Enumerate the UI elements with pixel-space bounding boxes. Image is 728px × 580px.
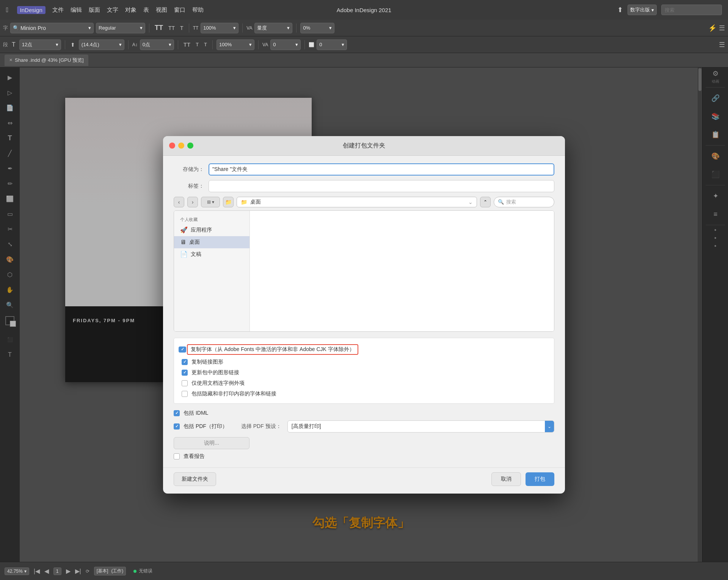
package-button[interactable]: 打包	[526, 472, 554, 486]
close-button[interactable]	[169, 143, 175, 149]
grid-view-icon: ⊞	[207, 199, 211, 205]
search-input[interactable]	[661, 5, 722, 15]
basis-dropdown[interactable]: [基本] (工作)	[94, 567, 126, 575]
nav-back-button[interactable]: ‹	[174, 197, 184, 207]
idml-row: 包括 IDML	[174, 410, 554, 417]
menu-layout[interactable]: 版面	[89, 6, 100, 14]
status-dot-icon	[133, 570, 136, 573]
pdf-preset-label: 选择 PDF 预设：	[241, 423, 281, 430]
sidebar-item-apps[interactable]: 🚀 应用程序	[174, 224, 249, 236]
menu-help[interactable]: 帮助	[192, 6, 204, 14]
checkbox-row-1: 复制链接图形	[182, 359, 546, 365]
percent-dropdown[interactable]: 0% ▾	[300, 23, 334, 33]
location-bar[interactable]: 📁 桌面 ⌄	[237, 197, 477, 207]
description-button[interactable]: 说明...	[174, 437, 249, 449]
document-tab[interactable]: ✕ Share .indd @ 43% [GPU 预览]	[5, 55, 88, 66]
menubar-right: ⬆ 数字出版 ▾	[617, 5, 722, 15]
page-nav-forward-icon[interactable]: ▶	[66, 567, 71, 575]
main-area: ▶ ▷ 📄 ⇔ T ╱ ✒ ✏ ⬜ ▭ ✂ ⤡ 🎨 ⬡ ✋ 🔍 ⬛ T FRID…	[0, 67, 728, 562]
separator8	[212, 40, 213, 49]
page-nav-prev-icon[interactable]: |◀	[34, 567, 40, 575]
view-report-label: 查看报告	[184, 453, 205, 460]
toolbar-row2: 段 T 12点 ▾ ⬆ (14.4点) ▾ A↕ 0点 ▾ TT T T 100…	[0, 36, 728, 53]
more-icon[interactable]: ☰	[719, 41, 725, 49]
pdf-preset-select[interactable]: [高质量打印] ⌄	[287, 420, 554, 433]
t-icon[interactable]: T	[179, 24, 185, 32]
file-browser: 个人收藏 🚀 应用程序 🖥 桌面 📄 文稿	[174, 210, 554, 332]
page-nav-next-icon[interactable]: ▶|	[75, 567, 81, 575]
documents-label: 文稿	[191, 251, 201, 258]
zoom-dropdown[interactable]: 42.75% ▾	[5, 567, 29, 575]
font-style-dropdown[interactable]: Regular ▾	[96, 23, 145, 33]
menu-view[interactable]: 视图	[156, 6, 167, 14]
scale-h-dropdown[interactable]: 100% ▾	[217, 39, 254, 50]
expand-button[interactable]: ⌃	[480, 197, 491, 207]
checkbox-view-report[interactable]	[174, 453, 180, 459]
nav-forward-button[interactable]: ›	[187, 197, 198, 207]
font-size-dropdown[interactable]: 12点 ▾	[19, 39, 61, 50]
apple-menu[interactable]: 	[6, 6, 9, 14]
menubar:  InDesign 文件 编辑 版面 文字 对象 表 视图 窗口 帮助 Ado…	[0, 0, 728, 20]
checkbox-copy-fonts[interactable]	[179, 346, 186, 353]
digital-publish-dropdown[interactable]: 数字出版 ▾	[628, 5, 657, 15]
leading-dropdown[interactable]: (14.4点) ▾	[79, 39, 124, 50]
folder-icon: 📁	[241, 199, 247, 205]
checkbox-row-0: 复制字体（从 Adobe Fonts 中激活的字体和非 Adobe CJK 字体…	[182, 344, 546, 355]
zoom-value: 42.75%	[7, 569, 23, 574]
file-content-area	[250, 211, 554, 331]
dialog-titlebar: 创建打包文件夹	[163, 136, 565, 156]
checkbox-copy-links-label: 复制链接图形	[191, 359, 223, 365]
menu-indesign[interactable]: InDesign	[17, 6, 46, 14]
new-folder-button[interactable]: 新建文件夹	[174, 472, 216, 486]
share-icon[interactable]: ⬆	[617, 6, 623, 14]
desktop-icon: 🖥	[180, 239, 186, 246]
page-nav-back-icon[interactable]: ◀	[44, 567, 49, 575]
size-dropdown[interactable]: 100% ▾	[201, 23, 238, 33]
minimize-button[interactable]	[178, 143, 184, 149]
file-browser-toolbar: ‹ › ⊞ ▾ 📁 📁 桌面 ⌄ ⌃ 🔍 搜索	[174, 197, 554, 207]
create-package-dialog: 创建打包文件夹 存储为： 标签： ‹ ›	[163, 136, 565, 494]
location-text: 桌面	[250, 199, 261, 205]
load-icon[interactable]: ⟳	[86, 569, 89, 574]
search-bar[interactable]: 🔍 搜索	[494, 197, 554, 207]
cancel-button[interactable]: 取消	[491, 472, 521, 486]
maximize-button[interactable]	[187, 143, 193, 149]
menu-text[interactable]: 文字	[107, 6, 118, 14]
tt-small-icon[interactable]: TT	[167, 24, 176, 32]
include-pdf-label: 包括 PDF（打印）	[184, 423, 228, 430]
font-name-dropdown[interactable]: 🔍 Minion Pro ▾	[10, 23, 94, 33]
sidebar-item-desktop[interactable]: 🖥 桌面	[174, 236, 249, 248]
tag-input[interactable]	[209, 180, 554, 192]
search-placeholder: 搜索	[506, 199, 516, 205]
menu-window[interactable]: 窗口	[174, 6, 185, 14]
view-toggle-button[interactable]: ⊞ ▾	[201, 197, 220, 207]
zoom-chevron-icon: ▾	[24, 569, 27, 574]
desktop-label: 桌面	[189, 239, 200, 246]
page-number: 1	[56, 569, 59, 574]
tools-expand-icon[interactable]: ⚡	[708, 24, 717, 32]
kern-dropdown[interactable]: 0点 ▾	[140, 39, 174, 50]
menu-edit[interactable]: 编辑	[71, 6, 82, 14]
checkbox-include-idml[interactable]	[174, 410, 180, 416]
location-chevron-icon[interactable]: ⌄	[468, 199, 473, 205]
menu-object[interactable]: 对象	[125, 6, 136, 14]
menu-icon[interactable]: ☰	[719, 24, 725, 32]
tab-close-icon[interactable]: ✕	[9, 58, 13, 63]
page-dropdown[interactable]: 1	[53, 567, 61, 575]
sidebar-item-documents[interactable]: 📄 文稿	[174, 248, 249, 260]
tt-large-icon[interactable]: TT	[153, 23, 165, 33]
save-as-input[interactable]	[209, 163, 554, 176]
menu-file[interactable]: 文件	[52, 6, 64, 14]
tracking-dropdown[interactable]: 0 ▾	[270, 39, 301, 50]
checkbox-include-pdf[interactable]	[174, 423, 180, 430]
baseline-dropdown[interactable]: 0 ▾	[317, 39, 347, 50]
status-indicator: 无错误	[133, 568, 152, 574]
checkbox-update-links[interactable]	[182, 370, 188, 376]
new-folder-small-button[interactable]: 📁	[223, 197, 234, 207]
separator10	[304, 40, 305, 49]
unit-dropdown[interactable]: 量度 ▾	[254, 23, 292, 33]
checkbox-copy-links[interactable]	[182, 359, 188, 365]
menu-table[interactable]: 表	[143, 6, 149, 14]
checkbox-include-hidden[interactable]	[182, 391, 188, 397]
checkbox-use-doc-hyphenation[interactable]	[182, 380, 188, 386]
